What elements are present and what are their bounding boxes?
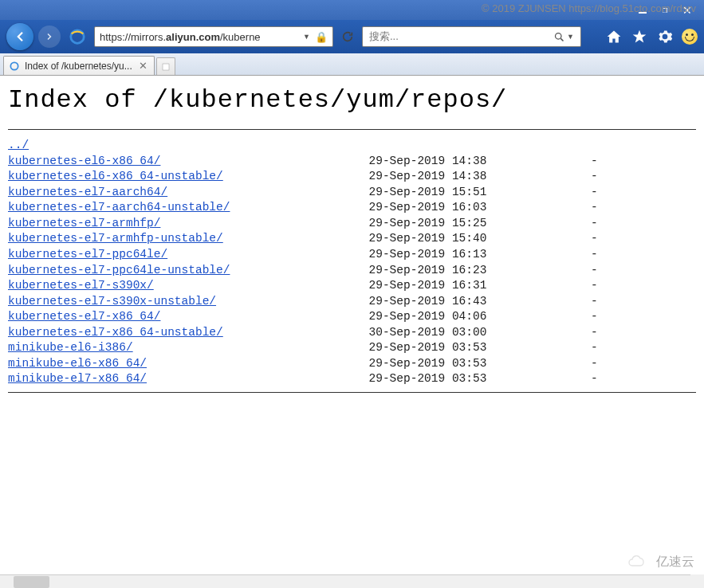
arrow-right-icon	[45, 32, 54, 41]
dir-link[interactable]: kubernetes-el7-x86_64/	[8, 310, 160, 323]
dir-link[interactable]: kubernetes-el6-x86_64-unstable/	[8, 170, 223, 182]
svg-point-2	[10, 62, 18, 69]
tab-title: Index of /kubernetes/yu...	[25, 61, 132, 72]
dir-link[interactable]: minikube-el7-x86_64/	[8, 372, 147, 385]
ie-logo-icon	[9, 61, 20, 72]
home-icon	[606, 29, 622, 45]
cloud-icon	[626, 555, 651, 570]
dir-link[interactable]: kubernetes-el6-x86_64/	[8, 155, 160, 167]
dir-link[interactable]: minikube-el6-x86_64/	[8, 357, 147, 370]
new-tab-button[interactable]	[156, 57, 175, 75]
search-icon	[553, 31, 565, 43]
dir-link[interactable]: kubernetes-el7-aarch64-unstable/	[8, 201, 230, 214]
feedback-button[interactable]	[682, 29, 698, 45]
browser-tab[interactable]: Index of /kubernetes/yu... ✕	[3, 56, 155, 75]
divider	[8, 129, 696, 130]
directory-listing: ../ kubernetes-el6-x86_64/ 29-Sep-2019 1…	[8, 138, 696, 387]
scrollbar-corner	[690, 574, 704, 588]
parent-dir-link[interactable]: ../	[8, 139, 29, 151]
chevron-down-icon[interactable]: ▼	[303, 33, 310, 41]
dir-link[interactable]: kubernetes-el7-aarch64/	[8, 186, 167, 198]
gear-icon	[657, 29, 673, 45]
search-placeholder: 搜索...	[369, 29, 550, 44]
address-bar[interactable]: https://mirrors.aliyun.com/kuberne ▼ 🔒	[94, 26, 333, 47]
watermark-bottom: 亿速云	[626, 554, 694, 570]
star-icon	[631, 29, 647, 45]
tab-bar: Index of /kubernetes/yu... ✕	[0, 53, 704, 76]
horizontal-scrollbar[interactable]	[0, 574, 690, 588]
lock-icon[interactable]: 🔒	[315, 31, 328, 43]
chevron-down-icon: ▼	[567, 33, 574, 41]
dir-link[interactable]: minikube-el6-i386/	[8, 341, 133, 354]
dir-link[interactable]: kubernetes-el7-armhfp/	[8, 217, 160, 229]
blank-tab-icon	[161, 62, 171, 72]
search-button[interactable]: ▼	[550, 31, 577, 43]
home-button[interactable]	[605, 28, 623, 45]
page-title: Index of /kubernetes/yum/repos/	[8, 85, 696, 115]
svg-point-1	[556, 33, 562, 39]
favorites-button[interactable]	[631, 28, 648, 45]
scrollbar-thumb[interactable]	[14, 576, 49, 588]
refresh-button[interactable]	[338, 27, 357, 46]
arrow-left-icon	[13, 29, 27, 44]
ie-logo-icon	[69, 28, 86, 45]
forward-button[interactable]	[38, 25, 61, 48]
dir-link[interactable]: kubernetes-el7-armhfp-unstable/	[8, 232, 223, 245]
dir-link[interactable]: kubernetes-el7-s390x-unstable/	[8, 295, 216, 308]
close-tab-button[interactable]: ✕	[137, 60, 149, 72]
page-content: Index of /kubernetes/yum/repos/ ../ kube…	[0, 76, 704, 574]
url-text: https://mirrors.aliyun.com/kuberne	[100, 31, 298, 43]
svg-rect-3	[163, 64, 169, 70]
dir-link[interactable]: kubernetes-el7-ppc64le/	[8, 248, 167, 261]
browser-navbar: https://mirrors.aliyun.com/kuberne ▼ 🔒 搜…	[0, 20, 704, 53]
search-bar[interactable]: 搜索... ▼	[362, 26, 581, 47]
settings-button[interactable]	[656, 28, 674, 45]
watermark-top: © 2019 ZJUNSEN https://blog.51cto.com/rd…	[482, 2, 696, 14]
refresh-icon	[341, 30, 354, 43]
back-button[interactable]	[6, 23, 33, 50]
dir-link[interactable]: kubernetes-el7-s390x/	[8, 279, 154, 292]
dir-link[interactable]: kubernetes-el7-ppc64le-unstable/	[8, 264, 230, 276]
divider	[8, 392, 696, 393]
dir-link[interactable]: kubernetes-el7-x86_64-unstable/	[8, 326, 223, 339]
